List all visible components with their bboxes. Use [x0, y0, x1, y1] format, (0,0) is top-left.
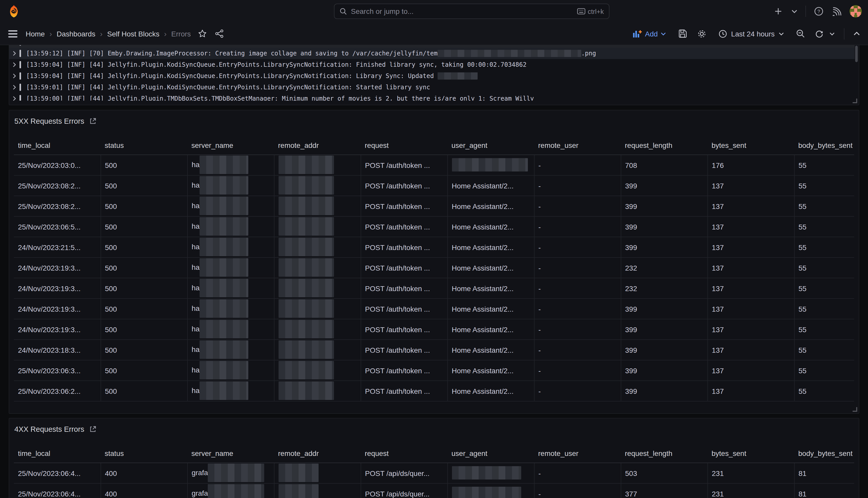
log-row[interactable]: [13:59:00] [INF] [44] Jellyfin.Plugin.TM…: [9, 93, 855, 101]
column-header-server_name[interactable]: server_name: [187, 136, 274, 155]
cell-remote_addr: [274, 237, 361, 258]
cell-remote_user: -: [534, 175, 621, 196]
cell-remote_addr: [274, 299, 361, 319]
column-header-status[interactable]: status: [100, 136, 187, 155]
column-header-time_local[interactable]: time_local: [14, 136, 100, 155]
redacted-value: [278, 299, 334, 317]
redacted-text: [438, 73, 478, 80]
refresh-icon: [815, 29, 823, 38]
grafana-logo[interactable]: [7, 5, 21, 18]
cell-remote_user: -: [534, 340, 621, 360]
column-header-remote_user[interactable]: remote_user: [534, 136, 621, 155]
expand-chevron-icon[interactable]: [9, 85, 19, 90]
column-header-body_bytes_sent[interactable]: body_bytes_sent: [794, 444, 854, 463]
log-row[interactable]: [13:59:01] [INF] [44] Jellyfin.Plugin.Ko…: [9, 82, 855, 93]
search-input[interactable]: Search or jump to... ctrl+k: [334, 4, 609, 19]
log-row[interactable]: [9, 45, 855, 48]
logs-scroll-area[interactable]: [13:59:12] [INF] [70] Emby.Drawing.Image…: [9, 45, 855, 101]
redacted-value: [200, 217, 248, 235]
log-row[interactable]: [13:59:04] [INF] [44] Jellyfin.Plugin.Ko…: [9, 59, 855, 70]
cell-user_agent: Home Assistant/2...: [447, 340, 534, 360]
zoom-out-time-button[interactable]: [795, 28, 806, 39]
column-header-user_agent[interactable]: user_agent: [447, 136, 534, 155]
new-menu-chevron[interactable]: [790, 9, 798, 14]
column-header-time_local[interactable]: time_local: [14, 444, 100, 463]
cell-status: 500: [100, 278, 187, 299]
external-link-icon[interactable]: [89, 425, 96, 433]
cell-request_length: 232: [621, 278, 707, 299]
cell-bytes_sent: 176: [707, 155, 794, 175]
chevron-down-icon: [829, 32, 835, 35]
user-avatar[interactable]: [850, 5, 862, 17]
column-header-status[interactable]: status: [100, 444, 187, 463]
new-button[interactable]: [773, 6, 783, 16]
cell-remote_addr: [274, 196, 361, 217]
mega-menu-toggle[interactable]: [7, 29, 18, 38]
hamburger-icon: [8, 30, 17, 37]
share-button[interactable]: [214, 28, 225, 39]
log-row[interactable]: [13:59:12] [INF] [70] Emby.Drawing.Image…: [9, 48, 855, 59]
log-row[interactable]: [13:59:04] [INF] [44] Jellyfin.Plugin.Ko…: [9, 70, 855, 82]
external-link-icon[interactable]: [89, 118, 96, 125]
table-row: 25/Nov/2023:08:2...500haPOST /auth/token…: [14, 175, 854, 196]
gear-icon: [697, 29, 706, 38]
breadcrumb-separator: ›: [50, 29, 52, 38]
cell-server_name: ha: [187, 299, 274, 319]
panel-title[interactable]: 5XX Requests Errors: [14, 117, 84, 125]
cell-request: POST /auth/token ...: [361, 340, 447, 360]
breadcrumb-self-host-blocks[interactable]: Self Host Blocks: [107, 29, 160, 38]
cell-user_agent: Home Assistant/2...: [447, 175, 534, 196]
panel-resize-grip[interactable]: [853, 99, 857, 103]
column-header-server_name[interactable]: server_name: [187, 444, 274, 463]
cell-time_local: 24/Nov/2023:19:3...: [14, 278, 100, 299]
column-header-request[interactable]: request: [361, 444, 447, 463]
column-header-request[interactable]: request: [361, 136, 447, 155]
dashboard-settings-button[interactable]: [696, 28, 707, 39]
cell-status: 400: [100, 483, 187, 498]
column-header-body_bytes_sent[interactable]: body_bytes_sent: [794, 136, 854, 155]
column-header-remote_addr[interactable]: remote_addr: [274, 444, 361, 463]
expand-chevron-icon[interactable]: [9, 51, 19, 56]
help-button[interactable]: ?: [813, 6, 824, 17]
panel-title[interactable]: 4XX Requests Errors: [14, 425, 84, 433]
logs-scrollbar[interactable]: [855, 46, 858, 62]
panel-resize-grip[interactable]: [853, 407, 857, 412]
redacted-value: [278, 237, 334, 256]
cell-request: POST /auth/token ...: [361, 299, 447, 319]
collapse-topbar-button[interactable]: [853, 31, 861, 37]
column-header-user_agent[interactable]: user_agent: [447, 444, 534, 463]
breadcrumb-home[interactable]: Home: [26, 29, 45, 38]
refresh-button[interactable]: [814, 28, 824, 39]
table-row: 24/Nov/2023:19:3...500haPOST /auth/token…: [14, 258, 854, 278]
errors-table-4xx: time_localstatusserver_nameremote_addrre…: [14, 444, 854, 498]
favorite-button[interactable]: [197, 28, 208, 39]
cell-remote_user: -: [534, 217, 621, 237]
cell-server_name: grafa: [187, 483, 274, 498]
column-header-bytes_sent[interactable]: bytes_sent: [707, 136, 794, 155]
expand-chevron-icon[interactable]: [9, 96, 19, 101]
cell-bytes_sent: 231: [707, 463, 794, 483]
cell-server_name: ha: [187, 278, 274, 299]
redacted-value: [278, 319, 334, 338]
column-header-request_length[interactable]: request_length: [621, 444, 707, 463]
add-panel-button[interactable]: Add: [630, 29, 669, 38]
save-dashboard-button[interactable]: [677, 28, 688, 39]
refresh-interval-chevron[interactable]: [828, 31, 836, 36]
redacted-value: [200, 258, 248, 276]
time-range-picker[interactable]: Last 24 hours: [716, 29, 787, 38]
table-row: 25/Nov/2023:08:2...500haPOST /auth/token…: [14, 196, 854, 217]
breadcrumb-dashboards[interactable]: Dashboards: [57, 29, 95, 38]
expand-chevron-icon[interactable]: [9, 74, 19, 79]
table-row: 24/Nov/2023:21:5...500haPOST /auth/token…: [14, 237, 854, 258]
column-header-remote_addr[interactable]: remote_addr: [274, 136, 361, 155]
cell-remote_user: -: [534, 237, 621, 258]
cell-remote_addr: [274, 483, 361, 498]
cell-user_agent: [447, 463, 534, 483]
column-header-request_length[interactable]: request_length: [621, 136, 707, 155]
cell-request_length: 399: [621, 217, 707, 237]
column-header-bytes_sent[interactable]: bytes_sent: [707, 444, 794, 463]
news-button[interactable]: [831, 6, 842, 17]
cell-time_local: 24/Nov/2023:19:3...: [14, 299, 100, 319]
expand-chevron-icon[interactable]: [9, 62, 19, 67]
column-header-remote_user[interactable]: remote_user: [534, 444, 621, 463]
